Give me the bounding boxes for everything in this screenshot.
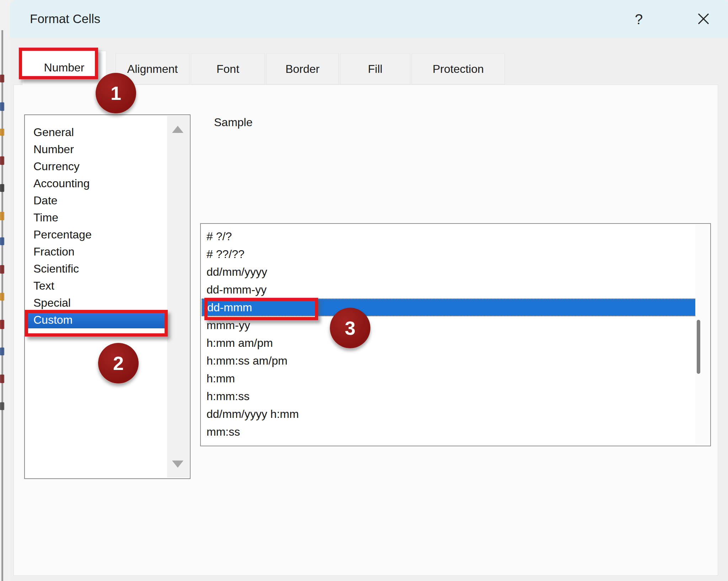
- annotation-step-2: 2: [98, 343, 139, 383]
- background-text-fragment: [0, 102, 4, 111]
- close-button[interactable]: [689, 0, 718, 38]
- type-item[interactable]: h:mm:ss: [202, 387, 696, 405]
- tab-font[interactable]: Font: [191, 53, 265, 85]
- type-item[interactable]: h:mm am/pm: [202, 334, 696, 352]
- type-scrollbar[interactable]: [695, 225, 710, 445]
- background-text-fragment: [0, 156, 4, 165]
- category-item-time[interactable]: Time: [26, 209, 167, 226]
- scroll-up-icon[interactable]: [172, 126, 183, 133]
- type-items: # ?/?# ??/??dd/mm/yyyydd-mmm-yydd-mmmmmm…: [202, 227, 696, 441]
- background-text-fragment: [0, 320, 4, 329]
- scrollbar-thumb[interactable]: [697, 320, 700, 374]
- category-scrollbar[interactable]: [167, 116, 189, 478]
- category-item-general[interactable]: General: [26, 124, 167, 141]
- type-item[interactable]: h:mm:ss am/pm: [202, 352, 696, 370]
- category-item-fraction[interactable]: Fraction: [26, 243, 167, 260]
- background-text-fragment: [0, 402, 4, 410]
- category-item-text[interactable]: Text: [26, 277, 167, 294]
- background-text-fragment: [0, 212, 4, 220]
- background-text-fragment: [0, 348, 4, 355]
- type-item[interactable]: # ?/?: [202, 227, 696, 245]
- dialog-title: Format Cells: [30, 0, 100, 38]
- background-text-fragment: [0, 184, 4, 192]
- type-item[interactable]: dd-mmm-yy: [202, 281, 696, 298]
- background-window-strip: [0, 0, 10, 581]
- category-item-date[interactable]: Date: [26, 192, 167, 209]
- background-text-fragment: [0, 237, 4, 245]
- category-item-special[interactable]: Special: [26, 294, 167, 311]
- tab-fill[interactable]: Fill: [340, 53, 410, 85]
- type-item[interactable]: # ??/??: [202, 245, 696, 263]
- background-text-fragment: [0, 265, 4, 274]
- help-button[interactable]: ?: [625, 0, 653, 38]
- annotation-step-1: 1: [96, 73, 136, 113]
- annotation-rect-dd-mmm: [204, 298, 318, 320]
- format-cells-screenshot: Format Cells ? NumberAlignmentFontBorder…: [0, 0, 728, 581]
- background-text-fragment: [0, 293, 4, 301]
- background-text-fragment: [0, 375, 4, 383]
- annotation-rect-custom: [25, 310, 168, 337]
- annotation-rect-number-tab: [19, 48, 98, 79]
- type-item[interactable]: dd/mm/yyyy h:mm: [202, 405, 696, 423]
- scroll-down-icon[interactable]: [172, 461, 183, 468]
- type-item[interactable]: mm:ss: [202, 423, 696, 441]
- tab-border[interactable]: Border: [266, 53, 339, 85]
- category-item-number[interactable]: Number: [26, 141, 167, 158]
- background-text-fragment: [0, 129, 4, 136]
- sample-label: Sample: [210, 116, 256, 129]
- background-window-edge: [1, 30, 3, 581]
- dialog-titlebar: Format Cells ?: [10, 0, 728, 38]
- type-item[interactable]: dd/mm/yyyy: [202, 263, 696, 281]
- category-items: GeneralNumberCurrencyAccountingDateTimeP…: [26, 124, 167, 328]
- category-item-accounting[interactable]: Accounting: [26, 175, 167, 192]
- category-item-scientific[interactable]: Scientific: [26, 260, 167, 277]
- background-text-fragment: [0, 75, 4, 82]
- category-item-currency[interactable]: Currency: [26, 158, 167, 175]
- category-item-percentage[interactable]: Percentage: [26, 226, 167, 243]
- annotation-step-3: 3: [330, 308, 370, 348]
- category-listbox[interactable]: GeneralNumberCurrencyAccountingDateTimeP…: [24, 114, 191, 479]
- tab-protection[interactable]: Protection: [412, 53, 505, 85]
- type-item[interactable]: h:mm: [202, 370, 696, 387]
- type-listbox[interactable]: # ?/?# ??/??dd/mm/yyyydd-mmm-yydd-mmmmmm…: [200, 223, 711, 446]
